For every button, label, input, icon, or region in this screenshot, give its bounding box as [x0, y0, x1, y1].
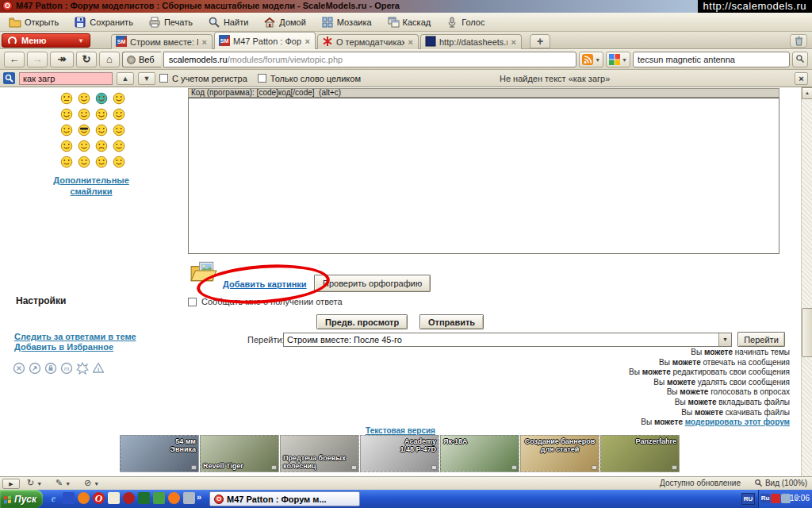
- web-protocol-button[interactable]: Веб: [122, 52, 161, 67]
- more-smilies-link[interactable]: Дополнительные смайлики: [24, 175, 159, 197]
- floppy-icon[interactable]: [63, 492, 75, 504]
- red-app-icon[interactable]: [123, 492, 135, 504]
- add-favorite-link[interactable]: Добавить в Избранное: [14, 342, 113, 352]
- banner-5[interactable]: Як-18А: [440, 435, 519, 472]
- antivirus-tray-icon[interactable]: [771, 494, 780, 503]
- follow-topic-link[interactable]: Следить за ответами в теме: [14, 332, 136, 341]
- wink-smiley[interactable]: [113, 124, 125, 137]
- search-engine-button[interactable]: ▼: [606, 52, 630, 67]
- tab-3[interactable]: О термодатчиках DS18...×: [317, 34, 419, 49]
- goto-forum-select[interactable]: Строим вместе: После 45-го ▼: [283, 333, 732, 347]
- whole-word-checkbox[interactable]: [258, 74, 266, 83]
- banner-4[interactable]: Academy 1/48 P-47D: [360, 435, 439, 472]
- search-go-button[interactable]: [792, 52, 808, 67]
- neutral-smiley[interactable]: [60, 92, 73, 105]
- blush-smiley[interactable]: [113, 140, 125, 152]
- teeth-smiley[interactable]: [95, 156, 108, 168]
- offline-mode-icon[interactable]: ⊘ ▼: [84, 478, 99, 488]
- robot-smiley[interactable]: [95, 92, 108, 105]
- reply-textarea[interactable]: [188, 98, 779, 254]
- match-case-checkbox[interactable]: [159, 74, 168, 83]
- notepad-icon[interactable]: [108, 492, 120, 504]
- grin-smiley[interactable]: [113, 108, 125, 121]
- find-previous-button[interactable]: ▲: [117, 72, 134, 85]
- tray-lang-icon[interactable]: Ru: [760, 494, 770, 503]
- close-findbar-button[interactable]: ×: [795, 72, 808, 85]
- info-topic-icon[interactable]: i: [92, 362, 105, 375]
- preview-button[interactable]: Предв. просмотр: [316, 314, 408, 329]
- happy-smiley[interactable]: [95, 108, 108, 121]
- find-input[interactable]: [19, 72, 113, 85]
- jump-topic-icon[interactable]: [29, 362, 41, 375]
- find-next-button[interactable]: ▼: [138, 72, 155, 85]
- toolbar-button-print[interactable]: Печать: [144, 13, 201, 31]
- smile-smiley[interactable]: [60, 108, 73, 121]
- spellcheck-button[interactable]: Проверить орфографию: [314, 275, 431, 292]
- banner-6[interactable]: Создание баннеров для статей: [520, 435, 599, 472]
- submit-button[interactable]: Отправить: [419, 314, 484, 329]
- close-tab-icon[interactable]: ×: [201, 37, 208, 47]
- select-arrow-icon[interactable]: ▼: [718, 333, 731, 346]
- url-field[interactable]: scalemodels.ru/modules/forum/viewtopic.p…: [163, 52, 576, 67]
- toolbar-button-voice[interactable]: Голос: [441, 13, 492, 31]
- toolbar-button-find[interactable]: Найти: [203, 13, 256, 31]
- moderate-forum-link[interactable]: модерировать этот форум: [685, 418, 790, 426]
- taskbar-task-button[interactable]: O M47 Patton : Форум м...: [209, 491, 360, 506]
- toolbar-button-tile[interactable]: Мозаика: [316, 13, 380, 31]
- text-version-link[interactable]: Текстовая версия: [366, 426, 435, 435]
- web-search-input[interactable]: [633, 52, 790, 67]
- close-tab-icon[interactable]: ×: [511, 37, 517, 47]
- zoom-control[interactable]: Вид (100%): [754, 479, 807, 487]
- rss-button[interactable]: ▼: [579, 52, 603, 67]
- quicklaunch-overflow-chevron[interactable]: »: [197, 492, 201, 502]
- flame-icon[interactable]: [168, 492, 180, 504]
- banner-7[interactable]: Panzerfahre: [600, 435, 680, 472]
- tab-1[interactable]: SMСтроим вместе: После ...×: [111, 34, 213, 49]
- cool-smiley[interactable]: [78, 124, 90, 137]
- cat2-smiley[interactable]: [95, 124, 108, 137]
- close-tab-icon[interactable]: ×: [408, 37, 414, 47]
- tab-4[interactable]: http://datasheets.maxi...×: [420, 34, 522, 49]
- language-indicator[interactable]: RU: [741, 493, 755, 505]
- reload-button[interactable]: ↻: [76, 52, 97, 67]
- new-tab-button[interactable]: +: [530, 34, 550, 48]
- laugh-smiley[interactable]: [60, 140, 73, 152]
- forward-button[interactable]: →: [27, 52, 48, 67]
- terminal-icon[interactable]: [138, 492, 150, 504]
- tab-2[interactable]: SMM47 Patton : Форум мод...×: [214, 32, 316, 49]
- fast-forward-button[interactable]: ↠: [50, 52, 74, 67]
- ie-icon[interactable]: e: [48, 492, 59, 504]
- question-smiley[interactable]: [78, 140, 90, 152]
- move-topic-icon[interactable]: m: [60, 362, 73, 375]
- closed-tabs-trash-icon[interactable]: [790, 34, 807, 48]
- close-tab-icon[interactable]: ×: [304, 37, 311, 46]
- calculator-icon[interactable]: [183, 492, 195, 504]
- close-topic-icon[interactable]: [13, 362, 25, 375]
- green-app-icon[interactable]: [153, 492, 165, 504]
- opera-menu-button[interactable]: Меню ▼: [2, 33, 90, 48]
- banner-1[interactable]: 54 мм Эвника: [120, 435, 199, 472]
- scroll-up-icon[interactable]: ▲: [802, 87, 812, 99]
- edit-mode-icon[interactable]: ✎ ▼: [56, 478, 71, 488]
- reload-all-icon[interactable]: ↻ ▼: [27, 478, 42, 488]
- update-available-text[interactable]: Доступно обновление: [660, 479, 741, 487]
- back-button[interactable]: ←: [4, 52, 25, 67]
- opera-icon[interactable]: O: [93, 492, 105, 504]
- lock-topic-icon[interactable]: [44, 362, 57, 375]
- toolbar-button-save[interactable]: Сохранить: [69, 13, 141, 31]
- notify-checkbox[interactable]: [188, 298, 197, 306]
- sad-smiley[interactable]: [95, 140, 108, 152]
- orange-ball-icon[interactable]: [78, 492, 90, 504]
- embarrassed-smiley[interactable]: [113, 156, 125, 168]
- attach-pictures-folder-icon[interactable]: [190, 259, 218, 286]
- eek-smiley[interactable]: [113, 92, 125, 105]
- toolbar-button-cascade[interactable]: Каскад: [382, 13, 439, 31]
- panel-toggle-icon[interactable]: ▶: [2, 479, 20, 489]
- goto-button[interactable]: Перейти: [737, 332, 785, 347]
- scrollbar-thumb[interactable]: [802, 308, 812, 357]
- target-smiley[interactable]: [78, 108, 90, 121]
- mad-smiley[interactable]: [78, 156, 90, 168]
- add-pictures-link[interactable]: Добавить картинки: [223, 279, 307, 289]
- toolbar-button-home[interactable]: Домой: [259, 13, 314, 31]
- banner-2[interactable]: Revell Tiger: [200, 435, 279, 472]
